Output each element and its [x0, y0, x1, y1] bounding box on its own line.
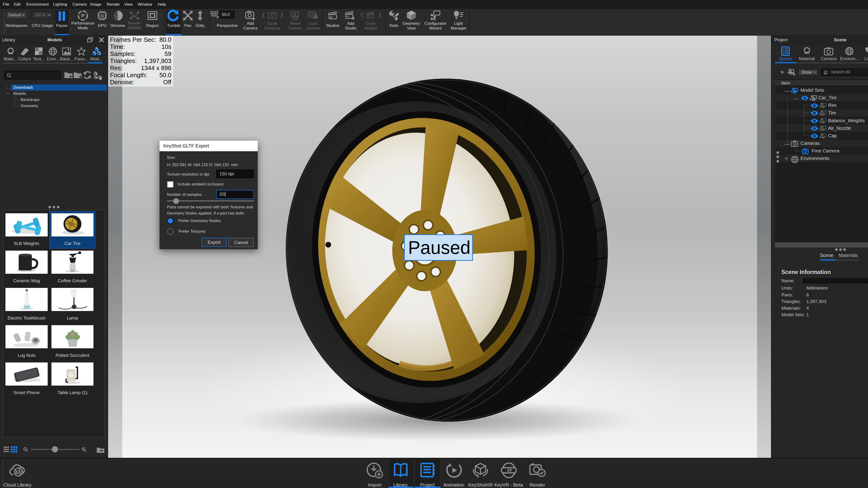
svg-text:P: P	[81, 13, 85, 19]
svg-text:G: G	[100, 13, 104, 19]
